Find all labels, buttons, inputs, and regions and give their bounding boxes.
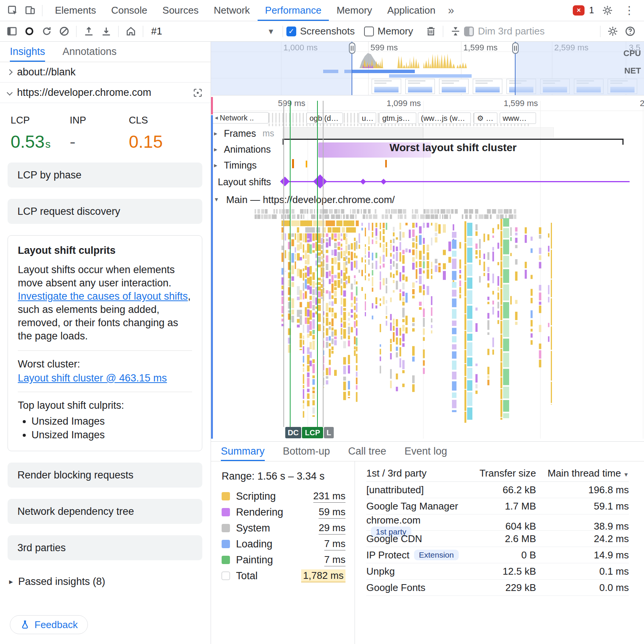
nav-item-site[interactable]: https://developer.chrome.com — [0, 83, 211, 103]
timings-track-label[interactable]: Timings — [224, 160, 257, 171]
screenshots-checkbox[interactable]: ✓ — [286, 27, 296, 36]
insight-card-3rd-parties[interactable]: 3rd parties — [8, 535, 202, 560]
table-row[interactable]: [unattributed] 66.2 kB 196.8 ms — [366, 482, 629, 498]
kebab-menu-icon[interactable]: ⋮ — [621, 2, 638, 19]
table-row[interactable]: chrome.com1st party 604 kB 38.9 ms — [366, 514, 629, 531]
collapse-flame-icon[interactable] — [447, 23, 464, 40]
profile-history-select[interactable]: #1 ▼ — [147, 25, 279, 37]
tab-summary[interactable]: Summary — [221, 442, 265, 461]
network-request-chip[interactable]: ogb (d… — [306, 113, 343, 124]
layout-shift-diamond[interactable] — [381, 179, 387, 185]
legend-value[interactable]: 1,782 ms — [301, 569, 345, 582]
screenshot-region-icon[interactable] — [192, 88, 203, 98]
table-row[interactable]: Google Fonts 229 kB 0.0 ms — [366, 580, 629, 596]
minimap-handle-right-grip[interactable] — [512, 42, 519, 54]
layout-shift-diamond[interactable] — [360, 179, 366, 185]
table-row[interactable]: IP ProtectExtension 0 B 14.9 ms — [366, 547, 629, 563]
network-request-chip[interactable]: gtm.js… — [379, 113, 416, 124]
reload-record-icon[interactable] — [38, 23, 55, 40]
layout-shift-diamond[interactable] — [313, 175, 327, 189]
load-profile-icon[interactable] — [80, 23, 97, 40]
triangle-right-icon[interactable]: ▸ — [214, 161, 217, 169]
nav-item-about-blank[interactable]: about://blank — [0, 62, 211, 83]
memory-checkbox[interactable] — [364, 27, 374, 36]
memory-label[interactable]: Memory — [378, 25, 413, 37]
insight-card-layout-shift-culprits[interactable]: Layout shift culprits Layout shifts occu… — [8, 235, 202, 451]
metric-lcp[interactable]: LCP 0.53s — [11, 114, 70, 152]
tab-insights[interactable]: Insights — [10, 42, 45, 62]
header-party[interactable]: 1st / 3rd party — [366, 467, 464, 479]
triangle-right-icon[interactable]: ▸ — [214, 145, 217, 153]
tab-memory[interactable]: Memory — [329, 0, 380, 21]
legend-value[interactable]: 59 ms — [319, 506, 345, 519]
timeline-overview[interactable]: 1,000 ms 599 ms 1,599 ms 2,599 ms 3,5 CP… — [211, 42, 644, 95]
table-row[interactable]: Unpkg 12.5 kB 0.1 ms — [366, 563, 629, 580]
insight-card-network-dependency-tree[interactable]: Network dependency tree — [8, 499, 202, 524]
frames-track-label[interactable]: Frames — [224, 128, 256, 139]
more-tabs-icon[interactable]: » — [443, 0, 459, 21]
network-request-chip[interactable]: ⚙ … — [474, 113, 497, 124]
capture-settings-gear-icon[interactable] — [604, 23, 621, 40]
clear-icon[interactable] — [55, 23, 73, 40]
legend-value[interactable]: 29 ms — [319, 522, 345, 535]
passed-insights-toggle[interactable]: ▸ Passed insights (8) — [0, 572, 211, 591]
link-worst-cluster[interactable]: Layout shift cluster @ 463.15 ms — [18, 372, 167, 384]
tab-performance[interactable]: Performance — [258, 0, 329, 21]
insight-card-lcp-request-discovery[interactable]: LCP request discovery — [8, 199, 202, 224]
record-icon[interactable] — [20, 23, 38, 40]
filmstrip-thumbnail[interactable] — [473, 79, 502, 94]
timing-marker[interactable] — [385, 160, 387, 167]
network-request-chip[interactable]: www… — [500, 113, 536, 124]
network-request-chip[interactable]: u… — [359, 113, 376, 124]
tab-event-log[interactable]: Event log — [405, 442, 447, 461]
tab-console[interactable]: Console — [103, 0, 155, 21]
legend-value[interactable]: 7 ms — [324, 553, 345, 566]
header-main-thread-time[interactable]: Main thread time▼ — [536, 467, 629, 479]
tab-sources[interactable]: Sources — [155, 0, 206, 21]
animations-track-label[interactable]: Animations — [224, 144, 271, 155]
header-transfer-size[interactable]: Transfer size — [464, 467, 536, 479]
tab-annotations[interactable]: Annotations — [63, 42, 117, 62]
tab-application[interactable]: Application — [380, 0, 443, 21]
dock-sidebar-toggle-icon[interactable] — [3, 23, 20, 40]
filmstrip-thumbnail[interactable] — [372, 79, 401, 94]
device-toolbar-icon[interactable] — [21, 2, 39, 19]
insight-card-lcp-by-phase[interactable]: LCP by phase — [8, 163, 202, 188]
filmstrip-thumbnail[interactable] — [405, 79, 435, 94]
timing-marker[interactable] — [306, 161, 307, 167]
table-row[interactable]: Google Tag Manager 1.7 MB 59.1 ms — [366, 498, 629, 514]
triangle-right-icon[interactable]: ▸ — [214, 130, 217, 138]
metric-cls[interactable]: CLS 0.15 — [129, 114, 188, 152]
network-track-label[interactable]: ◂Network .. — [212, 112, 269, 123]
network-request-chip[interactable]: (ww…js (w… — [418, 113, 471, 124]
tab-bottom-up[interactable]: Bottom-up — [283, 442, 330, 461]
timing-marker[interactable] — [292, 159, 294, 168]
layout-shift-diamond[interactable] — [280, 177, 289, 186]
link-investigate-layout-shifts[interactable]: Investigate the causes of layout shifts — [18, 291, 188, 302]
table-row[interactable]: Google CDN 2.6 MB 24.2 ms — [366, 531, 629, 547]
feedback-button[interactable]: Feedback — [10, 615, 88, 634]
layout-shifts-track-label[interactable]: Layout shifts — [218, 177, 271, 188]
garbage-collect-icon[interactable] — [422, 23, 439, 40]
save-profile-icon[interactable] — [97, 23, 115, 40]
flame-chart-canvas[interactable] — [211, 208, 644, 439]
triangle-down-icon[interactable]: ▾ — [215, 195, 218, 203]
settings-gear-icon[interactable] — [599, 2, 616, 19]
tab-network[interactable]: Network — [206, 0, 257, 21]
home-icon[interactable] — [122, 23, 139, 40]
tab-elements[interactable]: Elements — [47, 0, 103, 21]
legend-value[interactable]: 231 ms — [313, 490, 345, 503]
error-badge-icon[interactable]: × — [573, 5, 585, 16]
minimap-handle-left-grip[interactable] — [349, 42, 355, 54]
help-icon[interactable] — [621, 23, 639, 40]
main-track-header[interactable]: Main — https://developer.chrome.com/ — [226, 194, 395, 206]
insight-card-render-blocking[interactable]: Render blocking requests — [8, 463, 202, 488]
inspect-icon[interactable] — [4, 2, 21, 19]
filmstrip-thumbnail[interactable] — [439, 79, 469, 94]
screenshots-label[interactable]: Screenshots — [300, 25, 355, 37]
frame-bar[interactable] — [283, 127, 423, 138]
metric-inp[interactable]: INP - — [70, 114, 129, 152]
legend-value[interactable]: 7 ms — [324, 538, 345, 550]
dim-3rd-parties-toggle[interactable] — [464, 27, 474, 36]
tab-call-tree[interactable]: Call tree — [348, 442, 386, 461]
